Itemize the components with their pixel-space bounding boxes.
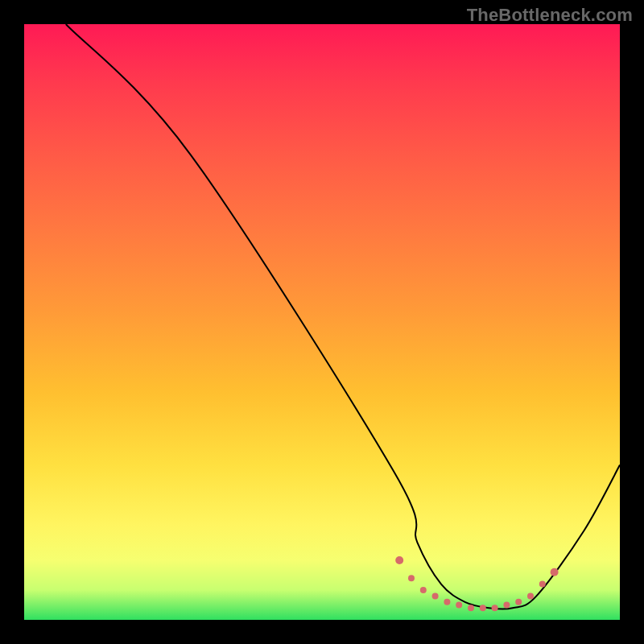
optimal-range-marker — [551, 568, 559, 576]
optimal-range-marker — [432, 592, 439, 599]
optimal-range-marker — [539, 581, 546, 588]
optimal-range-marker — [456, 602, 462, 609]
optimal-range-marker — [480, 605, 486, 611]
optimal-range-marker — [420, 587, 427, 593]
optimal-range-marker — [408, 575, 415, 581]
curve-svg — [24, 24, 620, 620]
optimal-range-marker — [395, 556, 403, 564]
plot-gradient-area — [24, 24, 620, 620]
bottleneck-curve — [66, 24, 620, 609]
optimal-range-marker — [444, 599, 450, 605]
optimal-range-marker — [468, 605, 474, 611]
optimal-range-marker — [492, 605, 498, 611]
chart-frame: TheBottleneck.com — [0, 0, 644, 644]
optimal-range-marker — [503, 602, 510, 609]
watermark-text: TheBottleneck.com — [467, 5, 633, 26]
optimal-range-marker — [515, 599, 522, 605]
optimal-range-marker — [527, 592, 534, 599]
